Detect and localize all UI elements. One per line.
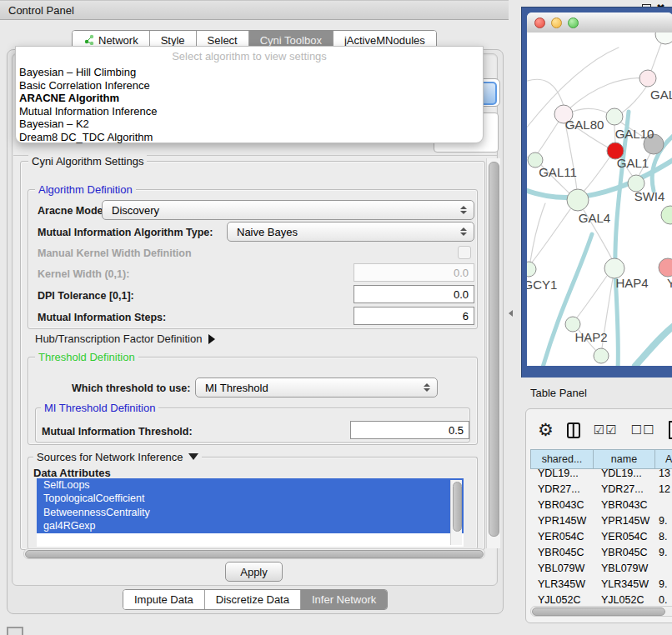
- algorithm-option-bayesian-hill-climbing[interactable]: Bayesian – Hill Climbing: [16, 66, 483, 79]
- table-cell: 12: [655, 481, 672, 497]
- network-node[interactable]: [606, 108, 623, 125]
- hub-section-label: Hub/Transcription Factor Definition: [35, 332, 202, 345]
- scrollbar-thumb[interactable]: [489, 162, 499, 537]
- table-row[interactable]: YBR043CYBR043C: [530, 497, 672, 512]
- which-threshold-select[interactable]: MI Threshold: [195, 378, 438, 398]
- network-edge: [531, 209, 570, 263]
- collapse-arrow-icon[interactable]: [188, 453, 198, 460]
- table-cell: YBL079W: [530, 560, 594, 576]
- which-threshold-label: Which threshold to use:: [72, 382, 190, 394]
- network-window-titlebar: [527, 12, 672, 33]
- hub-section-toggle[interactable]: Hub/Transcription Factor Definition: [35, 332, 215, 345]
- table-body: YDL19...YDL19...13YDR27...YDR27...12YBR0…: [530, 465, 672, 608]
- tab-discretize-data[interactable]: Discretize Data: [205, 590, 301, 609]
- attribute-list-scrollbar[interactable]: [450, 480, 462, 545]
- expand-arrow-icon[interactable]: [208, 334, 215, 344]
- select-all-icon[interactable]: ☑☑: [594, 422, 618, 438]
- network-edge: [542, 234, 592, 366]
- algorithm-option-bayesian-k2[interactable]: Bayesian – K2: [16, 118, 483, 131]
- manual-kernel-checkbox[interactable]: [458, 246, 471, 259]
- node-label-hap2: HAP2: [574, 330, 607, 344]
- table-cell: YDL19...: [594, 465, 655, 481]
- node-label-hap4: HAP4: [615, 276, 648, 290]
- spinner-icon: [460, 228, 467, 236]
- network-graph[interactable]: GALGAL80GAL10GAL1GAL11SWI4GAL4GCY1HAP4YH…: [527, 32, 672, 366]
- table-row[interactable]: YBL079WYBL079W: [530, 560, 672, 576]
- scrollbar-thumb[interactable]: [532, 608, 665, 616]
- table-row[interactable]: YLR345WYLR345W9.: [530, 576, 672, 592]
- algorithm-options-list: Bayesian – Hill ClimbingBasic Correlatio…: [16, 66, 483, 144]
- table-panel: ⚙ ☑☑ ☐☐ shared...nameA YDL19...YDL19...1…: [525, 408, 672, 623]
- aracne-mode-select[interactable]: Discovery: [102, 200, 474, 220]
- gear-icon[interactable]: ⚙: [538, 421, 554, 439]
- node-table: shared...nameA YDL19...YDL19...13YDR27..…: [530, 449, 672, 608]
- node-label-gal11: GAL11: [539, 165, 577, 179]
- deselect-all-icon[interactable]: ☐☐: [631, 422, 655, 438]
- table-cell: YER054C: [530, 528, 594, 544]
- network-node[interactable]: [594, 348, 609, 363]
- node-label-gcy1: GCY1: [527, 278, 557, 292]
- network-edge: [537, 122, 559, 154]
- network-node[interactable]: [659, 258, 672, 277]
- network-node[interactable]: [661, 206, 672, 224]
- settings-hscrollbar[interactable]: [23, 548, 485, 559]
- attribute-topologicalcoefficient[interactable]: TopologicalCoefficient: [37, 492, 464, 505]
- table-row[interactable]: YDR27...YDR27...12: [530, 481, 672, 497]
- table-panel-title: Table Panel: [530, 387, 587, 399]
- minimize-window-icon[interactable]: [551, 18, 562, 28]
- network-node[interactable]: [639, 70, 656, 87]
- table-cell: [655, 497, 672, 512]
- attribute-selfloops[interactable]: SelfLoops: [37, 478, 464, 492]
- algorithm-option-basic-correlation-inference[interactable]: Basic Correlation Inference: [16, 79, 483, 92]
- dpi-tolerance-input[interactable]: 0.0: [354, 285, 474, 303]
- table-row[interactable]: YDL19...YDL19...13: [530, 465, 672, 481]
- which-threshold-value: MI Threshold: [205, 382, 268, 394]
- mi-steps-input[interactable]: 6: [354, 307, 474, 325]
- tab-label: Infer Network: [312, 593, 376, 606]
- scrollbar-thumb[interactable]: [453, 482, 462, 532]
- scrollbar-thumb[interactable]: [25, 550, 484, 558]
- sources-group-title: Sources for Network Inference: [33, 451, 202, 463]
- attribute-betweennesscentrality[interactable]: BetweennessCentrality: [37, 506, 464, 519]
- table-row[interactable]: YBR045CYBR045C9.: [530, 544, 672, 560]
- network-node[interactable]: [527, 262, 536, 277]
- attribute-gal4rgexp[interactable]: gal4RGexp: [37, 519, 464, 532]
- new-table-icon[interactable]: [669, 421, 672, 439]
- network-edge: [635, 320, 672, 366]
- apply-button[interactable]: Apply: [225, 562, 283, 582]
- kernel-width-input[interactable]: 0.0: [354, 263, 474, 282]
- settings-scrollbar[interactable]: [486, 158, 500, 548]
- table-hscrollbar[interactable]: [530, 606, 672, 617]
- tab-impute-data[interactable]: Impute Data: [123, 590, 205, 609]
- node-label-swi4: SWI4: [634, 189, 665, 203]
- mi-type-select[interactable]: Naive Bayes: [227, 222, 474, 242]
- network-canvas[interactable]: GALGAL80GAL10GAL1GAL11SWI4GAL4GCY1HAP4YH…: [527, 32, 672, 366]
- docked-panel-icon[interactable]: [7, 627, 23, 635]
- zoom-window-icon[interactable]: [568, 18, 579, 28]
- tab-label: Discretize Data: [216, 593, 289, 606]
- splitter-handle-icon[interactable]: [509, 310, 513, 317]
- table-row[interactable]: YPR145WYPR145W9.: [530, 512, 672, 528]
- columns-icon[interactable]: [567, 422, 580, 438]
- close-window-icon[interactable]: [534, 18, 545, 28]
- table-cell: YBR043C: [530, 497, 594, 512]
- network-node[interactable]: [655, 32, 672, 44]
- algorithm-option-aracne-algorithm[interactable]: ARACNE Algorithm: [16, 92, 483, 105]
- aracne-mode-value: Discovery: [112, 204, 159, 217]
- tab-infer-network[interactable]: Infer Network: [301, 590, 387, 609]
- mi-threshold-input[interactable]: 0.5: [350, 421, 469, 439]
- tab-label: Network: [98, 34, 138, 47]
- network-edge: [565, 123, 577, 191]
- cyni-mode-tabs: Impute DataDiscretize DataInfer Network: [123, 589, 388, 610]
- network-window: GALGAL80GAL10GAL1GAL11SWI4GAL4GCY1HAP4YH…: [527, 12, 672, 366]
- dpi-tolerance-label: DPI Tolerance [0,1]:: [38, 290, 134, 302]
- table-cell: YDR27...: [530, 481, 594, 497]
- algorithm-option-dream8-dc-tdc-algorithm[interactable]: Dream8 DC_TDC Algorithm: [16, 131, 483, 144]
- algorithm-option-mutual-information-inference[interactable]: Mutual Information Inference: [16, 105, 483, 118]
- network-node[interactable]: [567, 189, 589, 211]
- spinner-icon: [424, 383, 430, 392]
- data-attributes-list[interactable]: SelfLoopsTopologicalCoefficientBetweenne…: [37, 478, 464, 547]
- table-row[interactable]: YER054CYER054C8.: [530, 528, 672, 544]
- mi-steps-label: Mutual Information Steps:: [38, 312, 166, 323]
- mi-threshold-value: 0.5: [449, 424, 464, 437]
